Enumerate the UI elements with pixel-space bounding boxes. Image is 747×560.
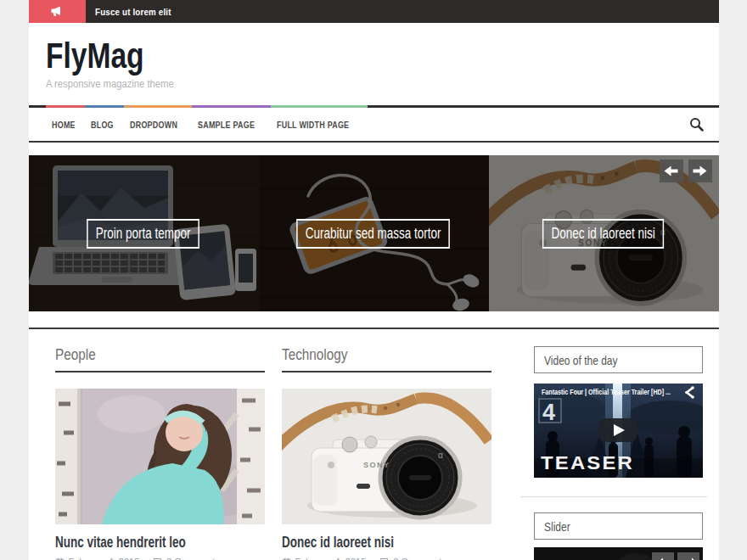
sidebar-slider-prev-button[interactable] xyxy=(652,552,674,560)
article-meta: February 4, 2015 0 Comments xyxy=(55,557,265,560)
arrow-left-icon xyxy=(664,165,678,176)
video-caption[interactable]: Fantastic Four | Official Teaser Trailer… xyxy=(542,388,671,396)
play-button-icon[interactable] xyxy=(599,418,637,442)
nav-item-full-width-page[interactable]: FULL WIDTH PAGE xyxy=(271,105,368,141)
article-title[interactable]: Nunc vitae hendrerit leo xyxy=(55,534,265,552)
video-overlay-text: TEASER xyxy=(541,452,634,473)
section-technology: Technology SONY α Donec id laoreet nisi … xyxy=(282,340,491,560)
site-tagline-text: A responsive magazine theme xyxy=(46,78,174,90)
section-people: People Nunc vitae hendrerit leo February… xyxy=(55,340,265,560)
calendar-icon xyxy=(55,557,65,560)
nav-item-home[interactable]: HOME xyxy=(46,105,86,141)
article-title[interactable]: Donec id laoreet nisi xyxy=(282,534,491,552)
site-tagline: A responsive magazine theme xyxy=(46,78,702,90)
section-heading-people: People xyxy=(55,346,265,372)
nav-item-blog[interactable]: BLOG xyxy=(85,105,124,141)
camera-alpha-text: α xyxy=(438,451,443,460)
article-image-link[interactable]: SONY α xyxy=(282,389,491,524)
slide-2[interactable]: Curabitur sed massa tortor xyxy=(259,155,489,311)
camera-brand-text: SONY xyxy=(363,461,390,469)
sidebar: Video of the day xyxy=(520,340,707,560)
sidebar-slider-next-button[interactable] xyxy=(677,552,699,560)
slider-prev-button[interactable] xyxy=(660,160,683,182)
social-link[interactable] xyxy=(29,0,86,23)
slider-arrows xyxy=(660,160,712,182)
search-button[interactable] xyxy=(674,108,719,141)
topbar: Fusce ut lorem elit xyxy=(29,0,719,23)
calendar-icon xyxy=(282,557,291,560)
topbar-announcement-text: Fusce ut lorem elit xyxy=(95,7,171,17)
widget-title-slider: Slider xyxy=(534,512,703,540)
page: Fusce ut lorem elit FlyMag A responsive … xyxy=(29,0,719,560)
sidebar-divider xyxy=(520,496,707,497)
nav-item-sample-page[interactable]: SAMPLE PAGE xyxy=(192,105,271,141)
arrow-right-icon xyxy=(693,165,707,176)
article-image-people xyxy=(55,389,265,524)
meta-date: February 4, 2015 xyxy=(282,557,367,560)
article-image-technology: SONY α xyxy=(282,389,491,524)
slide-title[interactable]: Donec id laoreet nisi xyxy=(542,219,664,249)
site-title[interactable]: FlyMag xyxy=(46,36,702,75)
sidebar-slider-image xyxy=(534,547,703,560)
site-title-text: FlyMag xyxy=(46,36,144,75)
search-icon xyxy=(689,117,704,132)
slide-title-wrap: Curabitur sed massa tortor xyxy=(259,155,489,311)
megaphone-icon xyxy=(51,6,64,17)
slide-title[interactable]: Curabitur sed massa tortor xyxy=(297,219,451,249)
meta-date: February 4, 2015 xyxy=(55,557,140,560)
section-heading-technology: Technology xyxy=(282,346,491,372)
article-meta: February 4, 2015 0 Comments xyxy=(282,557,491,560)
video-thumbnail: 4 Fantastic Four | Official Teaser Trail… xyxy=(534,384,703,478)
main-content: People Nunc vitae hendrerit leo February… xyxy=(29,329,719,560)
topbar-announcement: Fusce ut lorem elit xyxy=(86,0,184,23)
meta-comments[interactable]: 0 Comments xyxy=(153,557,219,560)
site-header: FlyMag A responsive magazine theme xyxy=(29,23,719,98)
slide-1[interactable]: Proin porta tempor xyxy=(29,155,259,311)
comment-icon xyxy=(379,557,389,560)
meta-comments[interactable]: 0 Comments xyxy=(379,557,446,560)
video-embed[interactable]: 4 Fantastic Four | Official Teaser Trail… xyxy=(534,384,703,478)
sidebar-slider[interactable] xyxy=(534,547,703,560)
article-image-link[interactable] xyxy=(55,389,265,524)
main-nav: HOME BLOG DROPDOWN SAMPLE PAGE FULL WIDT… xyxy=(29,105,719,143)
slide-title[interactable]: Proin porta tempor xyxy=(87,219,200,249)
slider-next-button[interactable] xyxy=(688,160,712,182)
nav-item-dropdown[interactable]: DROPDOWN xyxy=(124,105,192,141)
comment-icon xyxy=(153,557,162,560)
featured-slider: Proin porta tempor Curabitur sed massa t… xyxy=(29,155,719,311)
slide-title-wrap: Proin porta tempor xyxy=(29,155,259,311)
video-logo-text: 4 xyxy=(542,400,555,425)
widget-title-video: Video of the day xyxy=(534,346,703,373)
